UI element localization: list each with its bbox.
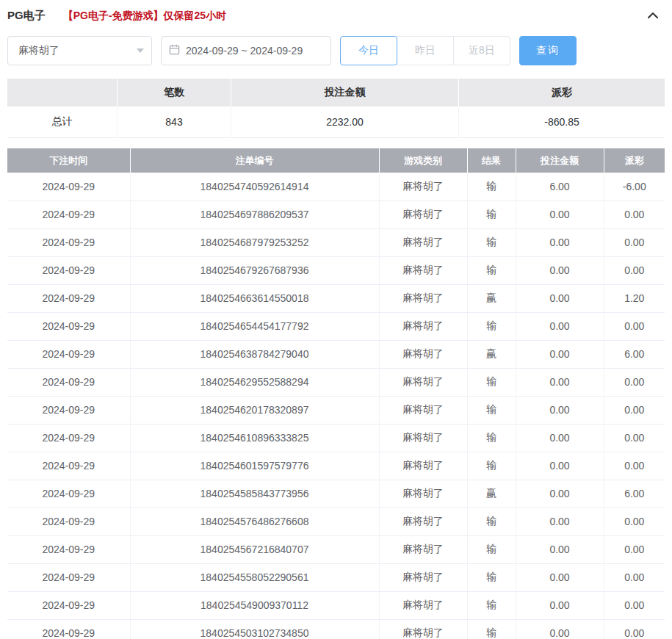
cell-time: 2024-09-29	[7, 368, 130, 396]
cell-result: 输	[467, 173, 516, 201]
cell-payout: 0.00	[604, 368, 665, 396]
game-select[interactable]: 麻将胡了	[7, 36, 152, 65]
date-range-picker[interactable]: 2024-09-29 ~ 2024-09-29	[161, 36, 331, 65]
cell-payout: 0.00	[604, 256, 665, 284]
chevron-up-icon	[647, 10, 659, 23]
cell-game: 麻将胡了	[379, 173, 467, 201]
cell-time: 2024-09-29	[7, 535, 130, 563]
cell-game: 麻将胡了	[379, 508, 467, 535]
header-order-id: 注单编号	[130, 148, 379, 173]
summary-table: 笔数 投注金额 派彩 总计 843 2232.00 -860.85	[7, 79, 665, 138]
cell-result: 输	[467, 424, 516, 452]
summary-total-label: 总计	[7, 106, 118, 137]
summary-header-count: 笔数	[118, 79, 231, 106]
cell-bet: 0.00	[516, 396, 604, 424]
cell-game: 麻将胡了	[379, 256, 467, 284]
cell-payout: 0.00	[604, 619, 665, 639]
cell-game: 麻将胡了	[379, 228, 467, 256]
cell-payout: 0.00	[604, 396, 665, 424]
cell-game: 麻将胡了	[379, 201, 467, 228]
cell-time: 2024-09-29	[7, 173, 130, 201]
chevron-down-icon	[137, 48, 144, 53]
cell-bet: 6.00	[516, 173, 604, 201]
cell-time: 2024-09-29	[7, 508, 130, 535]
bet-table-header: 下注时间 注单编号 游戏类别 结果 投注金额 派彩	[7, 148, 665, 173]
cell-order-id: 1840254663614550018	[130, 284, 379, 312]
header-bet-time: 下注时间	[7, 148, 130, 173]
table-row: 2024-09-29 1840254503102734850 麻将胡了 输 0.…	[7, 619, 665, 639]
cell-payout: 0.00	[604, 563, 665, 591]
table-row: 2024-09-29 1840254601597579776 麻将胡了 输 0.…	[7, 452, 665, 480]
cell-order-id: 1840254558052290561	[130, 563, 379, 591]
cell-payout: 0.00	[604, 312, 665, 340]
calendar-icon	[169, 44, 180, 57]
cell-payout: 0.00	[604, 452, 665, 480]
today-button[interactable]: 今日	[340, 36, 397, 65]
table-row: 2024-09-29 1840254567216840707 麻将胡了 输 0.…	[7, 535, 665, 563]
header-result: 结果	[467, 148, 516, 173]
cell-result: 输	[467, 563, 516, 591]
table-row: 2024-09-29 1840254549009370112 麻将胡了 输 0.…	[7, 591, 665, 619]
cell-time: 2024-09-29	[7, 424, 130, 452]
table-row: 2024-09-29 1840254576486276608 麻将胡了 输 0.…	[7, 508, 665, 535]
cell-time: 2024-09-29	[7, 228, 130, 256]
cell-order-id: 1840254629552588294	[130, 368, 379, 396]
cell-bet: 0.00	[516, 284, 604, 312]
cell-result: 输	[467, 508, 516, 535]
cell-bet: 0.00	[516, 312, 604, 340]
cell-bet: 0.00	[516, 201, 604, 228]
cell-time: 2024-09-29	[7, 619, 130, 639]
cell-result: 输	[467, 619, 516, 639]
cell-bet: 0.00	[516, 535, 604, 563]
summary-total-row: 总计 843 2232.00 -860.85	[7, 106, 665, 138]
cell-game: 麻将胡了	[379, 424, 467, 452]
cell-bet: 0.00	[516, 480, 604, 508]
header-bet-amount: 投注金额	[516, 148, 604, 173]
cell-order-id: 1840254620178320897	[130, 396, 379, 424]
summary-header-blank	[7, 79, 118, 106]
cell-result: 输	[467, 591, 516, 619]
cell-payout: 0.00	[604, 535, 665, 563]
cell-payout: 6.00	[604, 480, 665, 508]
cell-result: 赢	[467, 284, 516, 312]
table-row: 2024-09-29 1840254654454177792 麻将胡了 输 0.…	[7, 312, 665, 340]
quick-date-button-group: 今日 昨日 近8日	[340, 36, 510, 65]
provider-title: PG电子	[7, 9, 46, 23]
table-row: 2024-09-29 1840254629552588294 麻将胡了 输 0.…	[7, 368, 665, 396]
cell-order-id: 1840254697886209537	[130, 201, 379, 228]
cell-time: 2024-09-29	[7, 396, 130, 424]
cell-game: 麻将胡了	[379, 619, 467, 639]
summary-total-bet-amount: 2232.00	[231, 106, 459, 137]
cell-time: 2024-09-29	[7, 480, 130, 508]
cell-order-id: 1840254610896333825	[130, 424, 379, 452]
cell-time: 2024-09-29	[7, 340, 130, 368]
last-8-days-button[interactable]: 近8日	[453, 36, 510, 65]
bet-records-panel: PG电子 【PG电子-免费游戏】仅保留25小时 麻将胡了 2024-09-29 …	[0, 0, 672, 639]
cell-result: 输	[467, 312, 516, 340]
cell-time: 2024-09-29	[7, 591, 130, 619]
summary-header-payout: 派彩	[459, 79, 665, 106]
cell-result: 输	[467, 368, 516, 396]
cell-game: 麻将胡了	[379, 535, 467, 563]
yesterday-button[interactable]: 昨日	[397, 36, 454, 65]
cell-game: 麻将胡了	[379, 591, 467, 619]
summary-total-count: 843	[118, 106, 231, 137]
cell-time: 2024-09-29	[7, 312, 130, 340]
cell-game: 麻将胡了	[379, 452, 467, 480]
cell-result: 输	[467, 396, 516, 424]
cell-order-id: 1840254576486276608	[130, 508, 379, 535]
cell-bet: 0.00	[516, 591, 604, 619]
cell-bet: 0.00	[516, 619, 604, 639]
query-button[interactable]: 查询	[519, 36, 577, 65]
table-row: 2024-09-29 1840254558052290561 麻将胡了 输 0.…	[7, 563, 665, 591]
table-row: 2024-09-29 1840254585843773956 麻将胡了 赢 0.…	[7, 480, 665, 508]
bet-table: 下注时间 注单编号 游戏类别 结果 投注金额 派彩 2024-09-29 184…	[7, 148, 665, 639]
cell-time: 2024-09-29	[7, 201, 130, 228]
cell-time: 2024-09-29	[7, 256, 130, 284]
summary-header-row: 笔数 投注金额 派彩	[7, 79, 665, 106]
cell-result: 输	[467, 535, 516, 563]
cell-payout: 0.00	[604, 424, 665, 452]
summary-header-bet-amount: 投注金额	[231, 79, 459, 106]
summary-total-payout: -860.85	[459, 106, 665, 137]
collapse-panel-button[interactable]	[647, 10, 665, 23]
